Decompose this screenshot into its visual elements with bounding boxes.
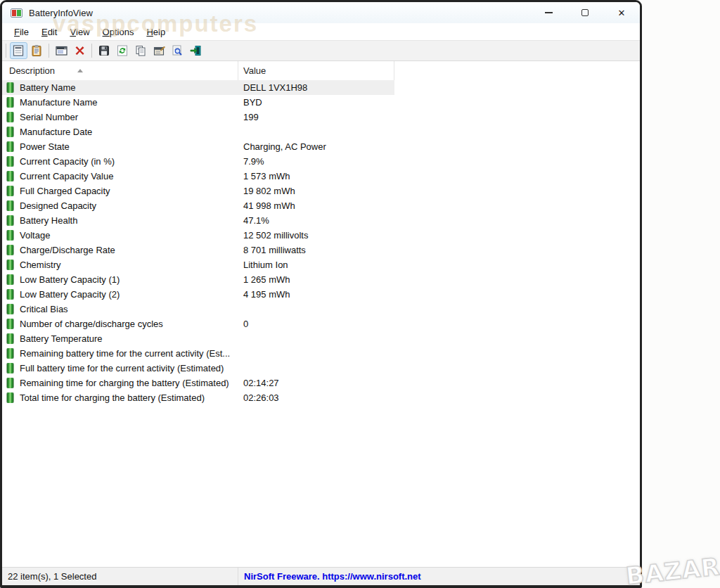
list-rows: Battery Name DELL 1VX1H98 Manufacture Na… <box>2 80 394 405</box>
menu-item-edit[interactable]: Edit <box>35 23 63 40</box>
row-description-cell: Charge/Discharge Rate <box>2 245 238 255</box>
row-value: 02:14:27 <box>238 378 394 388</box>
row-description: Remaining time for charging the battery … <box>20 378 229 388</box>
table-row[interactable]: Low Battery Capacity (2) 4 195 mWh <box>2 287 394 302</box>
table-row[interactable]: Manufacture Name BYD <box>2 95 394 110</box>
table-row[interactable]: Voltage 12 502 millivolts <box>2 228 394 243</box>
row-description-cell: Remaining time for charging the battery … <box>2 378 238 388</box>
row-value: 199 <box>238 112 394 122</box>
row-description-cell: Full Charged Capacity <box>2 186 238 196</box>
exit-button[interactable] <box>187 42 205 59</box>
row-description: Battery Name <box>20 82 75 93</box>
row-description: Battery Temperature <box>20 333 103 344</box>
table-row[interactable]: Power State Charging, AC Power <box>2 139 394 154</box>
maximize-button[interactable] <box>567 2 603 23</box>
row-description: Charge/Discharge Rate <box>20 245 115 255</box>
battery-icon <box>7 319 13 329</box>
battery-info-list: Description Value Battery Name DELL 1VX1… <box>2 61 640 567</box>
app-window: BatteryInfoView ✕ File Edit View Options… <box>0 0 642 588</box>
close-button[interactable]: ✕ <box>603 2 640 23</box>
table-row[interactable]: Remaining battery time for the current a… <box>2 346 394 361</box>
row-description: Power State <box>20 141 70 152</box>
battery-icon <box>7 230 13 241</box>
row-value: DELL 1VX1H98 <box>238 82 394 93</box>
delete-button[interactable] <box>71 42 89 59</box>
battery-icon <box>7 156 13 167</box>
battery-icon <box>7 304 13 314</box>
row-description: Critical Bias <box>20 304 68 314</box>
battery-icon <box>7 127 13 137</box>
table-row[interactable]: Chemistry Lithium Ion <box>2 257 394 272</box>
row-value: Charging, AC Power <box>238 141 394 152</box>
row-value: BYD <box>238 97 394 108</box>
row-description-cell: Current Capacity Value <box>2 171 238 181</box>
maximize-icon <box>581 9 589 16</box>
table-row[interactable]: Number of charge/discharge cycles 0 <box>2 317 394 331</box>
refresh-button[interactable] <box>114 42 131 59</box>
table-row[interactable]: Remaining time for charging the battery … <box>2 376 394 390</box>
window-controls: ✕ <box>530 2 640 23</box>
find-button[interactable] <box>169 42 186 59</box>
title-bar: BatteryInfoView ✕ <box>2 2 640 23</box>
row-description-cell: Power State <box>2 141 238 152</box>
table-row[interactable]: Designed Capacity 41 998 mWh <box>2 198 394 213</box>
save-icon <box>98 44 110 57</box>
minimize-button[interactable] <box>530 2 567 23</box>
properties-button[interactable] <box>150 42 168 59</box>
column-header-value[interactable]: Value <box>238 61 394 80</box>
choose-columns-button[interactable] <box>53 42 70 59</box>
battery-info-view-button[interactable] <box>10 42 27 59</box>
table-row[interactable]: Current Capacity (in %) 7.9% <box>2 154 394 169</box>
row-value: 8 701 milliwatts <box>238 245 394 255</box>
row-value: 1 573 mWh <box>238 171 394 181</box>
exit-door-icon <box>189 44 202 57</box>
row-value: 02:26:03 <box>238 392 394 403</box>
table-row[interactable]: Battery Name DELL 1VX1H98 <box>2 80 394 95</box>
table-row[interactable]: Battery Temperature <box>2 331 394 346</box>
battery-icon <box>7 97 13 108</box>
row-description-cell: Manufacture Date <box>2 127 238 137</box>
row-description: Number of charge/discharge cycles <box>20 319 163 329</box>
status-item-count: 22 item(s), 1 Selected <box>2 571 238 582</box>
row-description: Low Battery Capacity (2) <box>20 289 120 300</box>
battery-icon <box>7 348 13 359</box>
table-row[interactable]: Full battery time for the current activi… <box>2 361 394 376</box>
menu-bar: File Edit View Options Help <box>2 23 640 41</box>
menu-item-options[interactable]: Options <box>96 23 141 40</box>
battery-log-view-button[interactable] <box>28 42 46 59</box>
report-icon <box>12 44 25 57</box>
row-description: Manufacture Date <box>20 127 92 137</box>
row-description-cell: Full battery time for the current activi… <box>2 363 238 373</box>
battery-icon <box>7 245 13 255</box>
table-row[interactable]: Manufacture Date <box>2 124 394 139</box>
menu-item-view[interactable]: View <box>63 23 96 40</box>
desktop-background: BatteryInfoView ✕ File Edit View Options… <box>0 0 720 588</box>
table-row[interactable]: Serial Number 199 <box>2 110 394 124</box>
battery-icon <box>7 392 13 403</box>
table-row[interactable]: Total time for charging the battery (Est… <box>2 390 394 405</box>
status-nirsoft-link[interactable]: NirSoft Freeware. https://www.nirsoft.ne… <box>238 571 421 582</box>
table-row[interactable]: Battery Health 47.1% <box>2 213 394 228</box>
battery-icon <box>7 260 13 270</box>
refresh-icon <box>116 44 129 57</box>
row-description-cell: Battery Name <box>2 82 238 93</box>
table-row[interactable]: Charge/Discharge Rate 8 701 milliwatts <box>2 243 394 257</box>
save-report-button[interactable] <box>96 42 113 59</box>
row-description-cell: Battery Temperature <box>2 333 238 344</box>
battery-icon <box>7 274 13 285</box>
column-header-description[interactable]: Description <box>2 61 238 80</box>
table-row[interactable]: Critical Bias <box>2 302 394 317</box>
table-row[interactable]: Current Capacity Value 1 573 mWh <box>2 169 394 184</box>
menu-item-file[interactable]: File <box>8 23 35 40</box>
menu-item-help[interactable]: Help <box>140 23 172 40</box>
minimize-icon <box>545 12 553 13</box>
copy-selected-button[interactable] <box>132 42 150 59</box>
table-row[interactable]: Low Battery Capacity (1) 1 265 mWh <box>2 272 394 287</box>
battery-icon <box>7 215 13 226</box>
battery-icon <box>7 112 13 122</box>
toolbar-separator <box>49 44 49 58</box>
column-header-value-label: Value <box>243 65 266 76</box>
battery-icon <box>7 333 13 344</box>
row-description: Total time for charging the battery (Est… <box>20 392 205 403</box>
table-row[interactable]: Full Charged Capacity 19 802 mWh <box>2 184 394 198</box>
